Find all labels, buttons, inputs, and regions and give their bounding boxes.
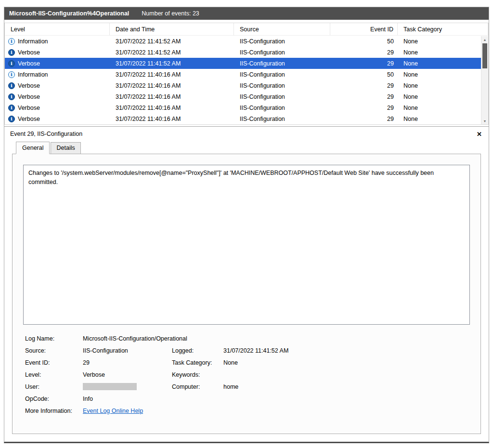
table-row[interactable]: i Information 31/07/2022 11:41:52 AM IIS…: [5, 36, 488, 47]
datetime-cell: 31/07/2022 11:40:16 AM: [110, 91, 234, 102]
detail-tabs: General Details: [4, 141, 489, 154]
user-value: [83, 383, 172, 390]
column-header-level[interactable]: Level: [5, 23, 110, 35]
datetime-cell: 31/07/2022 11:40:16 AM: [110, 113, 234, 124]
event-id-cell: 29: [330, 47, 398, 58]
table-row[interactable]: i Verbose 31/07/2022 11:40:16 AM IIS-Con…: [5, 80, 488, 91]
event-viewer-window: Microsoft-IIS-Configuration%4Operational…: [4, 7, 489, 443]
source-cell: IIS-Configuration: [234, 47, 330, 58]
tab-general[interactable]: General: [16, 142, 50, 154]
more-information-label: More Information:: [25, 408, 83, 414]
datetime-cell: 31/07/2022 11:41:52 AM: [110, 47, 234, 58]
event-id-cell: 29: [330, 80, 398, 91]
task-category-value: None: [223, 359, 470, 366]
log-name-title: Microsoft-IIS-Configuration%4Operational: [9, 10, 129, 17]
level-text: Verbose: [18, 93, 40, 100]
more-information-value: Event Log Online Help: [83, 408, 470, 414]
user-redacted-box: [83, 383, 137, 390]
event-list: Level Date and Time Source Event ID Task…: [4, 23, 489, 125]
tab-details[interactable]: Details: [51, 142, 80, 154]
event-id-cell: 29: [330, 102, 398, 113]
level-cell: i Verbose: [5, 91, 110, 102]
table-row[interactable]: i Information 31/07/2022 11:40:16 AM IIS…: [5, 69, 488, 80]
scroll-up-icon[interactable]: ▲: [481, 36, 488, 43]
verbose-icon: i: [8, 93, 15, 100]
table-row[interactable]: i Verbose 31/07/2022 11:41:52 AM IIS-Con…: [5, 58, 488, 69]
event-id-cell: 29: [330, 113, 398, 124]
event-properties: Log Name: Microsoft-IIS-Configuration/Op…: [25, 332, 470, 417]
log-title-bar: Microsoft-IIS-Configuration%4Operational…: [4, 7, 489, 20]
scroll-down-icon[interactable]: ▼: [481, 118, 488, 124]
information-icon: i: [8, 38, 15, 45]
source-cell: IIS-Configuration: [234, 113, 330, 124]
table-row[interactable]: i Verbose 31/07/2022 11:40:16 AM IIS-Con…: [5, 102, 488, 113]
verbose-icon: i: [8, 60, 15, 67]
scrollbar-thumb[interactable]: [482, 43, 487, 68]
table-row[interactable]: i Verbose 31/07/2022 11:41:52 AM IIS-Con…: [5, 47, 488, 58]
level-cell: i Verbose: [5, 58, 110, 69]
task-category-cell: None: [398, 102, 488, 113]
task-category-cell: None: [398, 113, 488, 124]
column-header-event-id[interactable]: Event ID: [330, 23, 398, 35]
source-label: Source:: [25, 347, 83, 354]
column-header-date-and-time[interactable]: Date and Time: [110, 23, 234, 35]
level-value: Verbose: [83, 371, 172, 378]
level-text: Verbose: [18, 105, 40, 111]
source-cell: IIS-Configuration: [234, 91, 330, 102]
event-id-value: 29: [83, 359, 172, 366]
event-message-text: Changes to '/system.webServer/modules/re…: [28, 170, 434, 185]
table-row[interactable]: i Verbose 31/07/2022 11:40:16 AM IIS-Con…: [5, 91, 488, 102]
close-icon[interactable]: ✕: [477, 131, 482, 138]
verbose-icon: i: [8, 49, 15, 56]
datetime-cell: 31/07/2022 11:41:52 AM: [110, 58, 234, 69]
opcode-value: Info: [83, 395, 470, 402]
datetime-cell: 31/07/2022 11:40:16 AM: [110, 69, 234, 80]
column-header-row: Level Date and Time Source Event ID Task…: [5, 23, 488, 36]
level-label: Level:: [25, 371, 83, 378]
source-cell: IIS-Configuration: [234, 80, 330, 91]
table-row[interactable]: i Verbose 31/07/2022 11:40:16 AM IIS-Con…: [5, 113, 488, 124]
verbose-icon: i: [8, 82, 15, 89]
computer-label: Computer:: [172, 383, 223, 390]
column-header-source[interactable]: Source: [234, 23, 330, 35]
datetime-cell: 31/07/2022 11:40:16 AM: [110, 80, 234, 91]
datetime-cell: 31/07/2022 11:40:16 AM: [110, 102, 234, 113]
event-count-label: Number of events: 23: [142, 10, 199, 17]
keywords-label: Keywords:: [172, 371, 223, 378]
event-id-label: Event ID:: [25, 359, 83, 366]
verbose-icon: i: [8, 105, 15, 111]
opcode-label: OpCode:: [25, 395, 83, 402]
logged-value: 31/07/2022 11:41:52 AM: [223, 347, 470, 354]
event-detail-pane: Event 29, IIS-Configuration ✕ General De…: [4, 126, 489, 442]
list-scrollbar[interactable]: ▲ ▼: [481, 36, 488, 124]
level-text: Verbose: [18, 60, 40, 67]
column-header-task-category[interactable]: Task Category: [398, 23, 488, 35]
source-cell: IIS-Configuration: [234, 69, 330, 80]
source-value: IIS-Configuration: [83, 347, 172, 354]
source-cell: IIS-Configuration: [234, 58, 330, 69]
event-log-online-help-link[interactable]: Event Log Online Help: [83, 408, 143, 414]
event-id-cell: 29: [330, 91, 398, 102]
task-category-cell: None: [398, 69, 488, 80]
computer-value: home: [223, 383, 470, 390]
level-text: Information: [18, 38, 48, 45]
level-text: Verbose: [18, 116, 40, 122]
level-text: Verbose: [18, 49, 40, 56]
event-id-cell: 50: [330, 36, 398, 47]
level-cell: i Verbose: [5, 113, 110, 124]
task-category-cell: None: [398, 36, 488, 47]
detail-pane-title: Event 29, IIS-Configuration: [10, 131, 82, 137]
level-text: Verbose: [18, 82, 40, 89]
level-cell: i Verbose: [5, 102, 110, 113]
level-cell: i Information: [5, 69, 110, 80]
general-tab-content: Changes to '/system.webServer/modules/re…: [12, 154, 481, 434]
datetime-cell: 31/07/2022 11:41:52 AM: [110, 36, 234, 47]
task-category-cell: None: [398, 58, 488, 69]
information-icon: i: [8, 71, 15, 78]
event-id-cell: 50: [330, 69, 398, 80]
event-id-cell: 29: [330, 58, 398, 69]
level-text: Information: [18, 71, 48, 78]
verbose-icon: i: [8, 116, 15, 122]
event-rows: i Information 31/07/2022 11:41:52 AM IIS…: [5, 36, 488, 124]
task-category-label: Task Category:: [172, 359, 223, 366]
